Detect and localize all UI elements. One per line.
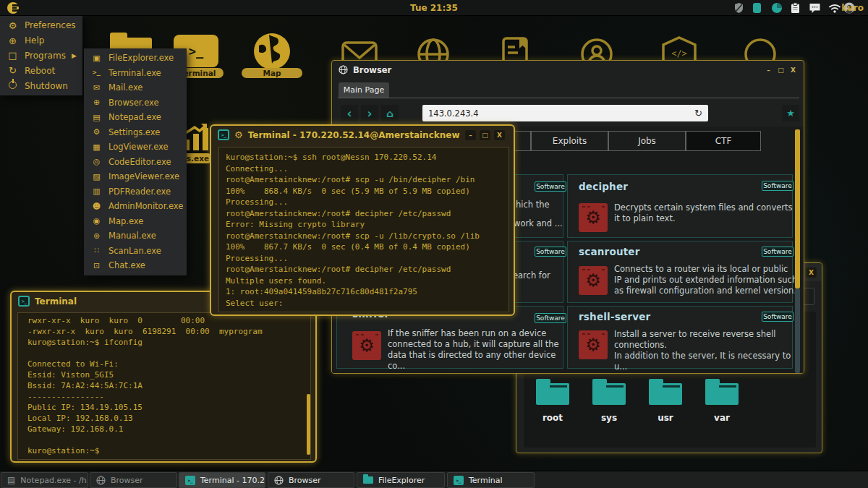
software-badge: Software bbox=[535, 247, 566, 257]
terminal-icon: >_ bbox=[218, 129, 229, 140]
terminal-scrollbar-thumb[interactable] bbox=[307, 394, 310, 455]
fileexplorer-icon: ▣ bbox=[91, 53, 102, 63]
folder-label[interactable]: var bbox=[705, 413, 739, 423]
terminal-small-output[interactable]: rwxr-xr-x kuro kuro 0 00:00 -rwxr-xr-x k… bbox=[17, 312, 311, 460]
terminal-main-output[interactable]: kuro@station:~$ ssh root@Nessn 170.220.5… bbox=[218, 147, 509, 312]
desktop-label-map[interactable]: Map bbox=[242, 68, 302, 78]
folder-label[interactable]: sys bbox=[592, 413, 626, 423]
menu-item-preferences[interactable]: ⚙ Preferences bbox=[0, 18, 82, 33]
menu-item-pdfreader-exe[interactable]: ▥PDFReader.exe bbox=[84, 184, 187, 200]
menu-item-settings-exe[interactable]: ⚙Settings.exe bbox=[84, 125, 187, 140]
close-button[interactable]: X bbox=[494, 130, 505, 140]
tab-exploits[interactable]: Exploits bbox=[531, 131, 608, 151]
taskbar-item-browser-1[interactable]: Browser bbox=[90, 472, 177, 488]
battery-icon[interactable] bbox=[753, 3, 761, 13]
tab-jobs[interactable]: Jobs bbox=[608, 131, 686, 151]
reload-icon[interactable]: ↻ bbox=[694, 108, 702, 119]
system-logo-icon[interactable] bbox=[7, 1, 20, 14]
menu-item-help[interactable]: ⊕ Help bbox=[0, 33, 82, 48]
browser-page-tab[interactable]: Main Page bbox=[339, 82, 389, 98]
clipboard-icon[interactable] bbox=[790, 2, 800, 14]
window-icon: □ bbox=[7, 51, 18, 60]
maximize-button[interactable]: □ bbox=[775, 65, 786, 75]
wifi-icon[interactable] bbox=[828, 4, 841, 13]
folder-label[interactable]: root bbox=[536, 413, 569, 423]
tab-ctf[interactable]: CTF bbox=[686, 131, 761, 151]
forward-button[interactable]: › bbox=[361, 105, 378, 121]
close-button[interactable]: X bbox=[788, 65, 799, 75]
globe-icon bbox=[339, 65, 348, 74]
folder-label[interactable]: usr bbox=[649, 413, 682, 423]
taskbar-item-terminal-remote[interactable]: >_ Terminal - 170.22... bbox=[179, 472, 265, 488]
desktop-icon-stocks[interactable] bbox=[182, 123, 211, 150]
taskbar: ▤ Notepad.exe - /h... Browser >_ Termina… bbox=[0, 471, 868, 488]
menu-item-manual-exe[interactable]: ⊛Manual.exe bbox=[84, 228, 187, 244]
back-button[interactable]: ‹ bbox=[341, 105, 358, 121]
folder-icon-root[interactable] bbox=[536, 383, 569, 405]
description-fragment: hich the bbox=[516, 200, 550, 210]
clock: Tue 21:35 bbox=[410, 3, 458, 13]
menu-item-map-exe[interactable]: ◉Map.exe bbox=[84, 214, 187, 229]
folder-icon-sys[interactable] bbox=[592, 383, 626, 405]
mail-icon: ✉ bbox=[91, 83, 102, 93]
menu-item-scanlan-exe[interactable]: ∷ScanLan.exe bbox=[84, 244, 187, 259]
folder-icon-var[interactable] bbox=[705, 383, 739, 405]
menu-item-codeeditor-exe[interactable]: ◎CodeEditor.exe bbox=[84, 155, 187, 170]
menu-item-chat-exe[interactable]: ⊡Chat.exe bbox=[84, 258, 187, 273]
maximize-button[interactable]: □ bbox=[480, 130, 490, 140]
disk-usage-icon[interactable] bbox=[771, 2, 783, 14]
description-fragment: work and ... bbox=[514, 218, 563, 228]
home-button[interactable]: ⌂ bbox=[381, 105, 399, 121]
lifebuoy-icon: ⊕ bbox=[7, 36, 18, 46]
minimize-button[interactable]: – bbox=[763, 65, 774, 75]
taskbar-item-terminal-local[interactable]: >_ Terminal bbox=[447, 472, 535, 488]
menu-item-label: PDFReader.exe bbox=[109, 187, 171, 197]
taskbar-item-browser-2[interactable]: Browser bbox=[268, 472, 354, 488]
menu-item-shutdown[interactable]: Shutdown bbox=[0, 78, 82, 93]
taskbar-item-fileexplorer[interactable]: FileExplorer bbox=[357, 472, 445, 488]
close-button[interactable]: X bbox=[806, 267, 817, 278]
menu-item-terminal-exe[interactable]: >_Terminal.exe bbox=[84, 66, 187, 81]
desktop-icon-map[interactable] bbox=[251, 32, 293, 71]
image-icon: ▨ bbox=[91, 172, 102, 181]
menu-item-notepad-exe[interactable]: ▤Notepad.exe bbox=[84, 110, 187, 125]
software-description: Connects to a router via its local or pu… bbox=[614, 264, 798, 296]
menu-item-mail-exe[interactable]: ✉Mail.exe bbox=[84, 80, 187, 95]
menu-item-browser-exe[interactable]: ⊕Browser.exe bbox=[84, 95, 187, 111]
browser-title: Browser bbox=[353, 65, 391, 75]
gear-glyph: ⚙ bbox=[585, 270, 601, 291]
menu-item-logviewer-exe[interactable]: ▦LogViewer.exe bbox=[84, 140, 187, 155]
power-icon bbox=[7, 81, 18, 90]
menu-item-adminmonitor-exe[interactable]: ☻AdminMonitor.exe bbox=[84, 199, 187, 214]
menu-item-label: Notepad.exe bbox=[109, 112, 161, 122]
browser-titlebar[interactable]: Browser bbox=[332, 61, 804, 79]
menu-item-label: Reboot bbox=[25, 66, 55, 76]
programs-submenu: ▣FileExplorer.exe >_Terminal.exe ✉Mail.e… bbox=[84, 48, 187, 275]
chat-icon[interactable] bbox=[809, 3, 821, 14]
chat-icon: ⊡ bbox=[91, 261, 102, 270]
globe-icon bbox=[96, 476, 106, 485]
software-card-decipher[interactable]: decipher Software ⚙ Decrypts certain sys… bbox=[567, 174, 793, 238]
browser-scrollbar-track[interactable] bbox=[795, 288, 800, 373]
bookmark-button[interactable]: ★ bbox=[782, 105, 799, 121]
username[interactable]: kuro bbox=[841, 3, 864, 13]
menu-item-imageviewer-exe[interactable]: ▨ImageViewer.exe bbox=[84, 169, 187, 184]
menu-item-label: FileExplorer.exe bbox=[109, 53, 174, 63]
minimize-button[interactable]: – bbox=[465, 130, 476, 140]
taskbar-item-notepad[interactable]: ▤ Notepad.exe - /h... bbox=[1, 472, 88, 488]
shield-disabled-icon[interactable] bbox=[733, 2, 744, 14]
menu-item-reboot[interactable]: ↻ Reboot bbox=[0, 63, 82, 78]
globe-icon bbox=[251, 32, 293, 71]
menu-item-programs[interactable]: □ Programs ▶ bbox=[0, 48, 82, 64]
url-text: 143.0.243.4 bbox=[428, 108, 479, 119]
software-title: rshell-server bbox=[579, 311, 650, 322]
url-bar[interactable]: 143.0.243.4 ↻ bbox=[422, 105, 708, 121]
menu-item-label: LogViewer.exe bbox=[109, 142, 169, 152]
software-card-scanrouter[interactable]: scanrouter Software ⚙ Connects to a rout… bbox=[567, 241, 793, 303]
browser-scrollbar-thumb[interactable] bbox=[795, 129, 800, 288]
folder-icon-usr[interactable] bbox=[649, 383, 682, 405]
submenu-arrow-icon: ▶ bbox=[72, 52, 77, 59]
menu-item-fileexplorer-exe[interactable]: ▣FileExplorer.exe bbox=[84, 51, 187, 66]
menu-item-label: Mail.exe bbox=[109, 82, 142, 93]
software-card-rshell-server[interactable]: rshell-server Software ⚙ Install a serve… bbox=[567, 306, 793, 369]
